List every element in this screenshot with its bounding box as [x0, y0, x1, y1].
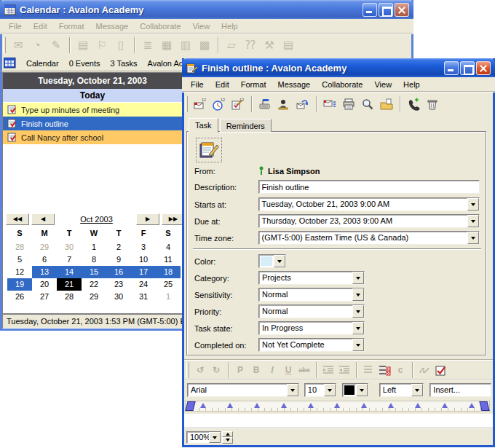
next-month-button[interactable]: ▶ [136, 213, 159, 225]
menu-help[interactable]: Help [215, 20, 244, 33]
mail-list-icon[interactable]: ▤ [74, 36, 92, 54]
char-format-icon[interactable]: c [392, 363, 408, 377]
help-tool-icon[interactable]: ⁇ [241, 36, 260, 54]
mark-complete-icon[interactable] [432, 363, 448, 377]
menu-format[interactable]: Format [235, 78, 272, 91]
insert-combo[interactable]: Insert... [429, 383, 491, 397]
calendar-day[interactable]: 25 [156, 278, 181, 291]
flag-icon[interactable]: ⚐ [92, 36, 111, 54]
undo-icon[interactable]: ↺ [192, 363, 208, 377]
message-body[interactable] [184, 414, 493, 428]
menu-collaborate[interactable]: Collaborate [134, 20, 186, 33]
menu-message[interactable]: Message [90, 20, 135, 33]
maximize-button[interactable] [460, 61, 475, 75]
font-size-combo[interactable]: 10 [304, 383, 336, 397]
minimize-button[interactable] [444, 61, 459, 75]
right-margin-marker[interactable] [479, 401, 489, 411]
calendar-day[interactable]: 12 [7, 266, 32, 278]
calendar-day[interactable]: 22 [82, 278, 106, 291]
tab-reminders[interactable]: Reminders [220, 119, 272, 132]
category-combo[interactable]: Projects [258, 271, 365, 285]
calendar-day[interactable]: 1 [156, 291, 181, 303]
font-color-combo[interactable] [342, 383, 368, 397]
calendar-day-selected[interactable]: 16 [106, 266, 131, 278]
description-input[interactable] [258, 180, 480, 194]
calendar-day[interactable]: 6 [32, 254, 57, 266]
time-zone-combo[interactable]: (GMT-5:00) Eastern Time (US & Canada) [258, 231, 480, 245]
close-button[interactable] [476, 61, 491, 75]
calendar-day[interactable]: 31 [131, 291, 156, 303]
folder-icon[interactable]: ▱ [222, 36, 241, 54]
delete-icon[interactable] [423, 95, 442, 113]
find-icon[interactable] [358, 95, 377, 113]
menu-view[interactable]: View [368, 78, 397, 91]
calendar-day[interactable]: 28 [7, 241, 32, 254]
menu-file[interactable]: File [3, 20, 28, 33]
maximize-button[interactable] [379, 3, 393, 17]
calendar-day[interactable]: 7 [57, 254, 82, 266]
underline-icon[interactable]: U [280, 363, 296, 377]
calendar-day[interactable]: 5 [7, 254, 32, 266]
completed-on-combo[interactable]: Not Yet Complete [258, 338, 365, 352]
calendar-day[interactable]: 23 [106, 278, 131, 291]
calendar-day-selected[interactable]: 14 [57, 266, 82, 278]
calendar-day[interactable]: 29 [82, 291, 106, 303]
zoom-combo[interactable]: 100% [186, 431, 221, 444]
print-icon[interactable] [339, 95, 358, 113]
list-format-icon[interactable] [360, 363, 376, 377]
toolbar-grip[interactable] [3, 37, 6, 53]
calendar-day-selected[interactable]: 15 [82, 266, 106, 278]
make-call-icon[interactable] [404, 95, 423, 113]
calendar-day-selected[interactable]: 18 [156, 266, 181, 278]
week-view-icon[interactable]: ▥ [176, 36, 195, 54]
read-next-icon[interactable] [320, 95, 339, 113]
menu-message[interactable]: Message [272, 78, 317, 91]
calendar-day[interactable]: 30 [57, 241, 82, 254]
task-titlebar[interactable]: Finish outline : Avalon Academy [182, 58, 495, 77]
calendar-day-selected[interactable]: 13 [32, 266, 57, 278]
calendar-day[interactable]: 4 [156, 241, 181, 254]
trash-icon[interactable]: ▯ [111, 36, 130, 54]
ruler[interactable] [185, 401, 490, 412]
bold-icon[interactable]: B [248, 363, 264, 377]
calendar-day[interactable]: 9 [106, 254, 131, 266]
file-document-icon[interactable] [377, 95, 396, 113]
calendar-day[interactable]: 1 [82, 241, 106, 254]
priority-combo[interactable]: Normal [258, 304, 365, 318]
calendar-day[interactable]: 27 [32, 291, 57, 303]
new-task-icon[interactable]: ✎ [47, 36, 66, 54]
toolbar-grip[interactable] [186, 362, 189, 378]
resend-icon[interactable] [293, 95, 312, 113]
calendar-day[interactable]: 10 [131, 254, 156, 266]
calendar-day-selected[interactable]: 17 [131, 266, 156, 278]
calendar-day[interactable]: 26 [7, 291, 32, 303]
prev-year-button[interactable]: ◀◀ [6, 213, 29, 225]
new-task-icon[interactable]: 12 [229, 95, 248, 113]
calendar-day[interactable]: 3 [131, 241, 156, 254]
tab-task[interactable]: Task [189, 118, 218, 133]
menu-help[interactable]: Help [397, 78, 426, 91]
new-appointment-icon[interactable]: 12 [210, 95, 229, 113]
redo-icon[interactable]: ↻ [208, 363, 224, 377]
calendar-day[interactable]: 20 [32, 278, 57, 291]
calendar-day[interactable]: 8 [82, 254, 106, 266]
italic-icon[interactable]: I [264, 363, 280, 377]
strikethrough-icon[interactable]: abc [296, 363, 312, 377]
left-margin-marker[interactable] [185, 401, 195, 411]
month-view-icon[interactable]: ▦ [157, 36, 176, 54]
tools-icon[interactable]: ⚒ [260, 36, 279, 54]
calendar-day[interactable]: 29 [32, 241, 57, 254]
starts-at-combo[interactable]: Tuesday, October 21, 2003 9:00 AM [258, 197, 480, 211]
task-state-combo[interactable]: In Progress [258, 321, 365, 335]
indent-icon[interactable] [320, 363, 336, 377]
outdent-icon[interactable] [336, 363, 352, 377]
address-book-icon[interactable] [274, 95, 293, 113]
new-appointment-icon[interactable]: ◔ [28, 36, 47, 54]
month-label-link[interactable]: Oct 2003 [57, 215, 136, 224]
menu-edit[interactable]: Edit [28, 20, 53, 33]
menu-file[interactable]: File [185, 78, 210, 91]
toolbar-grip[interactable] [185, 96, 188, 112]
new-mail-icon[interactable]: ✉ [9, 36, 28, 54]
menu-view[interactable]: View [186, 20, 215, 33]
checklist-icon[interactable] [376, 363, 392, 377]
